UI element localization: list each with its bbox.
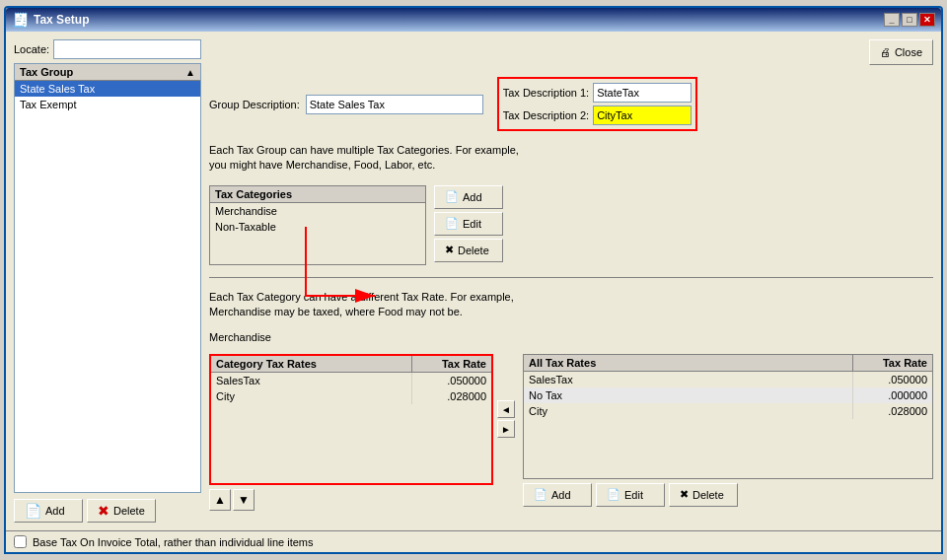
all-edit-button[interactable]: 📄 Edit [596, 483, 665, 507]
left-add-button[interactable]: 📄 Add [14, 499, 83, 523]
window-title: Tax Setup [34, 13, 89, 27]
title-bar-left: 🧾 Tax Setup [12, 12, 89, 28]
tax-desc-input-1[interactable] [593, 83, 692, 103]
group-desc-input[interactable] [306, 95, 483, 114]
current-category-label: Merchandise [209, 331, 933, 343]
all-col1-header: All Tax Rates [524, 355, 853, 371]
add-icon: 📄 [534, 488, 547, 501]
window-icon: 🧾 [12, 12, 29, 28]
category-buttons: 📄 Add 📄 Edit ✖ Delete [434, 185, 503, 262]
all-rates-header: All Tax Rates Tax Rate [524, 355, 932, 372]
cat-tax-rate: .028000 [412, 388, 491, 404]
all-edit-label: Edit [624, 489, 643, 501]
all-rates-table: All Tax Rates Tax Rate SalesTax .050000 … [523, 354, 933, 479]
move-down-button[interactable]: ▼ [233, 489, 255, 511]
list-scroll-up[interactable]: ▲ [185, 67, 195, 78]
tax-table-header: Category Tax Rates Tax Rate [211, 356, 491, 373]
locate-row: Locate: [14, 39, 201, 59]
base-tax-checkbox[interactable] [14, 535, 27, 548]
cat-tax-col2-header: Tax Rate [412, 356, 491, 372]
add-icon: 📄 [25, 503, 41, 519]
all-rate-name: SalesTax [524, 372, 853, 387]
category-delete-label: Delete [458, 245, 489, 256]
transfer-arrow-buttons: ◄ ► [497, 400, 515, 438]
delete-icon: ✖ [445, 244, 454, 256]
info-text-1: Each Tax Group can have multiple Tax Cat… [209, 143, 933, 174]
category-edit-button[interactable]: 📄 Edit [434, 212, 503, 236]
tax-desc-label-1: Tax Description 1: [503, 87, 589, 99]
info-text-2: Each Tax Category can have a different T… [209, 290, 933, 320]
minimize-button[interactable]: _ [884, 13, 900, 27]
all-rate-row[interactable]: City .028000 [524, 403, 932, 419]
all-rate-value: .000000 [853, 387, 932, 403]
locate-label: Locate: [14, 43, 49, 55]
categories-section: Tax Categories Merchandise Non-Taxable 📄… [209, 185, 933, 265]
all-delete-button[interactable]: ✖ Delete [669, 483, 738, 507]
title-bar: 🧾 Tax Setup _ □ ✕ [6, 8, 941, 32]
all-rate-row[interactable]: No Tax .000000 [524, 387, 932, 403]
all-add-button[interactable]: 📄 Add [523, 483, 592, 507]
categories-header: Tax Categories [210, 186, 425, 203]
maximize-button[interactable]: □ [902, 13, 917, 27]
cat-tax-row[interactable]: SalesTax .050000 [211, 373, 491, 388]
all-rate-name: No Tax [524, 387, 853, 403]
list-header: Tax Group ▲ [15, 64, 200, 81]
close-icon: 🖨 [880, 46, 891, 58]
main-content: Locate: Tax Group ▲ State Sales Tax Tax … [6, 32, 941, 530]
cat-tax-wrapper: Category Tax Rates Tax Rate SalesTax .05… [209, 354, 515, 485]
delete-icon: ✖ [680, 488, 689, 501]
left-add-label: Add [45, 505, 65, 517]
rates-wrapper: Category Tax Rates Tax Rate SalesTax .05… [209, 354, 933, 511]
list-item[interactable]: Tax Exempt [15, 97, 200, 112]
cat-tax-name: SalesTax [211, 373, 412, 388]
list-item[interactable]: State Sales Tax [15, 81, 200, 97]
cat-tax-name: City [211, 388, 412, 404]
all-rate-value: .028000 [853, 403, 932, 419]
category-edit-label: Edit [463, 218, 481, 230]
close-button[interactable]: 🖨 Close [869, 39, 933, 65]
add-icon: 📄 [445, 190, 459, 203]
category-tax-section: Category Tax Rates Tax Rate SalesTax .05… [209, 354, 493, 485]
bottom-bar: Base Tax On Invoice Total, rather than i… [6, 530, 941, 552]
category-row[interactable]: Non-Taxable [210, 219, 425, 235]
main-window: 🧾 Tax Setup _ □ ✕ Locate: Tax Group ▲ St [4, 6, 943, 554]
left-rates-panel: Category Tax Rates Tax Rate SalesTax .05… [209, 354, 515, 511]
group-desc-row: Group Description: Tax Description 1: Ta… [209, 77, 933, 131]
group-desc-label: Group Description: [209, 99, 300, 110]
category-row[interactable]: Merchandise [210, 203, 425, 219]
close-label: Close [895, 46, 922, 58]
tax-group-list: Tax Group ▲ State Sales Tax Tax Exempt [14, 63, 201, 493]
all-col2-header: Tax Rate [853, 355, 932, 371]
locate-input[interactable] [53, 39, 201, 59]
tax-desc-row-1: Tax Description 1: [503, 83, 692, 103]
tax-desc-input-2[interactable] [593, 105, 692, 125]
category-add-button[interactable]: 📄 Add [434, 185, 503, 209]
left-delete-button[interactable]: ✖ Delete [87, 499, 156, 523]
delete-icon: ✖ [98, 503, 109, 519]
right-rates-panel: All Tax Rates Tax Rate SalesTax .050000 … [523, 354, 933, 511]
left-panel-buttons: 📄 Add ✖ Delete [14, 499, 201, 523]
arrow-left-button[interactable]: ◄ [497, 400, 515, 418]
cat-tax-col1-header: Category Tax Rates [211, 356, 412, 372]
move-buttons: ▲ ▼ [209, 489, 255, 511]
base-tax-label: Base Tax On Invoice Total, rather than i… [33, 536, 314, 548]
category-add-label: Add [463, 191, 482, 203]
left-panel: Locate: Tax Group ▲ State Sales Tax Tax … [14, 39, 201, 523]
list-header-label: Tax Group [20, 66, 73, 78]
cat-tax-rate: .050000 [412, 373, 491, 388]
all-delete-label: Delete [692, 489, 724, 501]
tax-desc-panel: Tax Description 1: Tax Description 2: [497, 77, 697, 131]
left-delete-label: Delete [113, 505, 145, 517]
right-panel: 🖨 Close Group Description: Tax Descripti… [209, 39, 933, 523]
category-delete-button[interactable]: ✖ Delete [434, 239, 503, 262]
all-rate-name: City [524, 403, 853, 419]
all-rates-buttons: 📄 Add 📄 Edit ✖ Delete [523, 483, 933, 507]
close-x-button[interactable]: ✕ [919, 13, 935, 27]
divider [209, 277, 933, 278]
move-up-button[interactable]: ▲ [209, 489, 231, 511]
cat-tax-row[interactable]: City .028000 [211, 388, 491, 404]
arrow-right-button[interactable]: ► [497, 420, 515, 438]
category-tax-table: Category Tax Rates Tax Rate SalesTax .05… [209, 354, 493, 485]
edit-icon: 📄 [445, 217, 459, 230]
all-rate-row[interactable]: SalesTax .050000 [524, 372, 932, 387]
